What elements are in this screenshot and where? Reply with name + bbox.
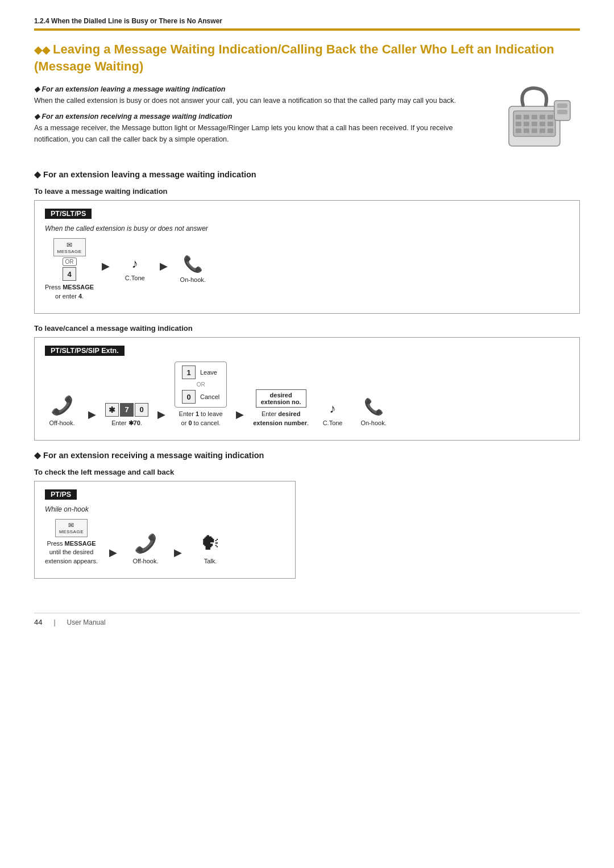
step-msg-or-4: ✉ MESSAGE OR 4 Press MESSAGEor enter 4.: [45, 238, 94, 301]
step-leave-cancel: 1 Leave OR 0 Cancel Enter 1 to leaveor 0…: [175, 362, 227, 427]
page-number: 44: [34, 618, 42, 626]
msg-btn-label-2: Press MESSAGEuntil the desiredextension …: [45, 539, 98, 566]
svg-rect-12: [516, 128, 521, 133]
pt-slt-ps-sip-box: PT/SLT/PS/SIP Extn. 📞 Off-hook. ▶ ✱ 7 0 …: [34, 337, 580, 441]
step-ctone-2: ♪ C.Tone: [316, 401, 350, 427]
ctone-label-2: C.Tone: [323, 419, 343, 427]
intro-text: For an extension leaving a message waiti…: [34, 84, 478, 157]
leave-cancel-box: 1 Leave OR 0 Cancel: [175, 362, 227, 408]
onhook-label-2: On-hook.: [360, 419, 386, 427]
svg-rect-8: [524, 122, 529, 126]
page-title: ◆◆ Leaving a Message Waiting Indication/…: [34, 41, 580, 74]
offhook-label-2: Off-hook.: [132, 557, 158, 566]
italic-note-1: When the called extension is busy or doe…: [45, 225, 569, 232]
pt-slt-ps-box1: PT/SLT/PS When the called extension is b…: [34, 200, 580, 314]
key-0: 0: [135, 403, 148, 417]
arrow-icon-1: ▶: [102, 260, 110, 279]
arrow-icon-2: ▶: [160, 260, 168, 279]
onhook-icon-2: 📞: [364, 397, 384, 417]
breadcrumb-text: 1.2.4 When the Dialled Line is Busy or T…: [34, 17, 580, 25]
offhook-icon-2: 📞: [134, 533, 157, 554]
intro-bullet2-body: As a message receiver, the Message butto…: [34, 122, 478, 145]
offhook-label-1: Off-hook.: [49, 419, 74, 427]
ctone-label-1: C.Tone: [125, 274, 145, 283]
or-label: OR: [63, 258, 77, 266]
ctone-icon-2: ♪: [330, 401, 336, 416]
arrow-7: ▶: [174, 546, 182, 566]
step-offhook-1: 📞 Off-hook.: [45, 394, 79, 427]
key-1: 1: [182, 366, 196, 379]
svg-rect-15: [540, 128, 545, 133]
offhook-icon-1: 📞: [51, 394, 73, 416]
leave-row: 1 Leave: [182, 366, 219, 379]
steps-row-3: ✉ MESSAGE Press MESSAGEuntil the desired…: [45, 519, 285, 566]
onhook-icon-1: 📞: [183, 255, 203, 274]
arrow-4: ▶: [157, 408, 165, 427]
onhook-label-1: On-hook.: [180, 276, 206, 284]
talk-label: Talk.: [204, 557, 217, 566]
phone-image: [489, 84, 580, 157]
arrow-3: ▶: [88, 408, 96, 427]
key-4: 4: [63, 267, 76, 281]
intro-bullet1-body: When the called extension is busy or doe…: [34, 95, 478, 106]
steps-row-2: 📞 Off-hook. ▶ ✱ 7 0 Enter ✱70. ▶ 1 Leave…: [45, 362, 569, 427]
star-key: ✱: [105, 403, 119, 417]
svg-rect-4: [532, 115, 537, 119]
svg-rect-5: [540, 115, 545, 119]
box-header-1: PT/SLT/PS: [45, 209, 92, 219]
phone-svg: [492, 84, 577, 157]
message-button-icon: ✉ MESSAGE: [53, 238, 86, 256]
star70-label: Enter ✱70.: [111, 419, 142, 427]
key-7: 7: [120, 403, 134, 417]
pt-ps-box: PT/PS While on-hook ✉ MESSAGE Press MESS…: [34, 481, 296, 579]
arrow-5: ▶: [236, 408, 244, 427]
page-footer: 44 | User Manual: [34, 613, 580, 626]
arrow-6: ▶: [109, 546, 117, 566]
svg-rect-6: [547, 115, 553, 119]
section1-heading: For an extension leaving a message waiti…: [34, 170, 580, 179]
gold-divider: [34, 28, 580, 31]
step1-label: Press MESSAGEor enter 4.: [45, 283, 94, 301]
box-header-3: PT/PS: [45, 489, 77, 500]
msg-envelope-icon: ✉: [67, 241, 72, 249]
step-onhook-1: 📞 On-hook.: [176, 255, 210, 285]
step-talk: 🗣 Talk.: [193, 531, 227, 566]
footer-separator: |: [53, 618, 55, 626]
ctone-icon-1: ♪: [132, 256, 138, 271]
svg-rect-3: [524, 115, 529, 119]
svg-rect-13: [524, 128, 529, 133]
svg-rect-10: [540, 122, 545, 126]
step-msg-btn-2: ✉ MESSAGE Press MESSAGEuntil the desired…: [45, 519, 98, 566]
msg-envelope-icon-2: ✉: [68, 521, 74, 529]
step-onhook-2: 📞 On-hook.: [356, 397, 391, 427]
cancel-row: 0 Cancel: [182, 390, 219, 404]
breadcrumb: 1.2.4 When the Dialled Line is Busy or T…: [34, 17, 580, 25]
steps-row-1: ✉ MESSAGE OR 4 Press MESSAGEor enter 4. …: [45, 238, 569, 301]
cancel-text: Cancel: [200, 393, 219, 400]
svg-rect-11: [547, 122, 553, 126]
step-star70: ✱ 7 0 Enter ✱70.: [105, 403, 148, 427]
leave-cancel-label: Enter 1 to leaveor 0 to cancel.: [179, 410, 223, 427]
sub2-label: To leave/cancel a message waiting indica…: [34, 324, 580, 333]
step-offhook-2: 📞 Off-hook.: [128, 533, 163, 566]
svg-rect-2: [516, 115, 521, 119]
footer-label: User Manual: [67, 618, 106, 626]
sub1-label: To leave a message waiting indication: [34, 187, 580, 196]
italic-note-2: While on-hook: [45, 505, 285, 513]
key-0-cancel: 0: [182, 390, 196, 404]
diamond-icon: ◆◆: [34, 44, 53, 56]
step-desired-ext: desiredextension no. Enter desiredextens…: [253, 389, 309, 427]
svg-rect-9: [532, 122, 537, 126]
svg-rect-14: [532, 128, 537, 133]
talk-icon: 🗣: [201, 531, 220, 555]
intro-section: For an extension leaving a message waiti…: [34, 84, 580, 157]
section2-heading: For an extension receiving a message wai…: [34, 451, 580, 460]
svg-rect-19: [557, 110, 567, 114]
sub3-label: To check the left message and call back: [34, 468, 580, 476]
message-button-icon-2: ✉ MESSAGE: [55, 519, 88, 537]
box-header-2: PT/SLT/PS/SIP Extn.: [45, 346, 125, 356]
desired-ext-label: Enter desiredextension number.: [253, 410, 309, 427]
svg-rect-16: [547, 128, 553, 133]
svg-rect-18: [557, 103, 567, 108]
step-ctone-1: ♪ C.Tone: [118, 256, 152, 283]
